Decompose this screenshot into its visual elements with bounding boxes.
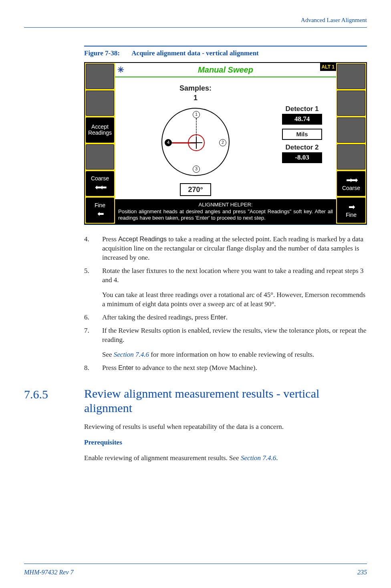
dial-pos-1: 1 bbox=[193, 111, 200, 118]
alignment-helper: ALIGNMENT HELPER: Position alignment hea… bbox=[115, 199, 336, 224]
screen-main: Samples: 1 1 2 3 4 270° bbox=[115, 77, 336, 199]
detector2-label: Detector 2 bbox=[285, 143, 318, 152]
step-5: 5. Rotate the laser fixtures to the next… bbox=[84, 267, 367, 309]
softkey-label: Accept bbox=[91, 124, 109, 130]
footer-page-number: 235 bbox=[357, 568, 367, 577]
section-title: Review alignment measurement results - v… bbox=[84, 386, 367, 415]
device-screenshot: Accept Readings Coarse ⬅⬅ Fine ⬅ ✳ Manua… bbox=[84, 62, 367, 224]
dial-pos-3: 3 bbox=[193, 166, 200, 173]
helper-title: ALIGNMENT HELPER: bbox=[118, 202, 333, 208]
step-4: 4. Press Accept Readings to take a readi… bbox=[84, 235, 367, 263]
readings-zone: Detector 1 48.74 Mils Detector 2 -8.03 bbox=[272, 81, 332, 199]
section-intro: Reviewing of results is useful when repe… bbox=[84, 422, 367, 432]
step-text: Press Enter to advance to the next step … bbox=[102, 364, 367, 373]
right-softkeys: ➡➡ Coarse ➡ Fine bbox=[336, 63, 366, 224]
softkey-label: Coarse bbox=[91, 176, 109, 182]
figure-number: Figure 7-38: bbox=[84, 49, 130, 58]
step-list: 4. Press Accept Readings to take a readi… bbox=[84, 235, 367, 372]
helper-body: Position alignment heads at desired angl… bbox=[118, 208, 333, 222]
step-number: 4. bbox=[84, 235, 102, 263]
screen-titlebar: ✳ Manual Sweep ALT 1 bbox=[115, 63, 336, 77]
softkey-label: Fine bbox=[95, 202, 105, 208]
laser-icon: ✳ bbox=[117, 65, 124, 75]
figure-caption: Figure 7-38: Acquire alignment data - ve… bbox=[84, 49, 367, 58]
softkey-l4[interactable] bbox=[86, 144, 114, 170]
screen-center: ✳ Manual Sweep ALT 1 Samples: 1 1 2 bbox=[115, 63, 336, 224]
softkey-r1[interactable] bbox=[337, 64, 365, 89]
softkey-accept-readings[interactable]: Accept Readings bbox=[86, 117, 114, 143]
page-footer: MHM-97432 Rev 7 235 bbox=[24, 564, 367, 577]
step-number: 7. bbox=[84, 326, 102, 360]
step-text: If the Review Results option is enabled,… bbox=[102, 326, 367, 360]
step-8: 8. Press Enter to advance to the next st… bbox=[84, 364, 367, 373]
section-link[interactable]: Section 7.4.6 bbox=[241, 454, 276, 462]
left-softkeys: Accept Readings Coarse ⬅⬅ Fine ⬅ bbox=[85, 63, 115, 224]
dial-pos-4: 4 bbox=[165, 139, 172, 146]
section-heading: 7.6.5 Review alignment measurement resul… bbox=[24, 386, 367, 415]
arrow-left-icon: ⬅ bbox=[97, 209, 103, 218]
softkey-r3[interactable] bbox=[337, 117, 365, 143]
section-body: Reviewing of results is useful when repe… bbox=[84, 422, 367, 463]
samples-label: Samples: bbox=[179, 83, 212, 93]
arrow-right-double-icon: ➡➡ bbox=[346, 176, 357, 184]
step-number: 8. bbox=[84, 364, 102, 373]
softkey-l2[interactable] bbox=[86, 91, 114, 116]
arrow-right-icon: ➡ bbox=[349, 202, 354, 211]
step-6: 6. After taking the desired readings, pr… bbox=[84, 313, 367, 322]
prerequisites-heading: Prerequisites bbox=[84, 438, 367, 447]
units-display: Mils bbox=[282, 129, 322, 140]
softkey-label: Fine bbox=[346, 212, 357, 218]
softkey-l1[interactable] bbox=[86, 64, 114, 89]
dial-cross-h bbox=[190, 142, 202, 143]
softkey-label: Coarse bbox=[342, 185, 360, 191]
softkey-r4[interactable] bbox=[337, 144, 365, 170]
figure-top-rule bbox=[84, 46, 367, 46]
main-content: Figure 7-38: Acquire alignment data - ve… bbox=[84, 46, 367, 372]
samples-value: 1 bbox=[193, 93, 198, 103]
dial-zone: Samples: 1 1 2 3 4 270° bbox=[119, 81, 272, 199]
softkey-coarse-left[interactable]: Coarse ⬅⬅ bbox=[86, 171, 114, 196]
step-7: 7. If the Review Results option is enabl… bbox=[84, 326, 367, 360]
screen-title: Manual Sweep bbox=[198, 65, 253, 75]
detector1-label: Detector 1 bbox=[285, 105, 318, 114]
figure-title: Acquire alignment data - vertical alignm… bbox=[131, 49, 258, 57]
detector1-value: 48.74 bbox=[282, 114, 322, 125]
dial-pos-2: 2 bbox=[219, 139, 226, 146]
section-link[interactable]: Section 7.4.6 bbox=[114, 351, 149, 358]
step-number: 6. bbox=[84, 313, 102, 322]
figure-bottom-rule bbox=[84, 224, 367, 225]
softkey-fine-left[interactable]: Fine ⬅ bbox=[86, 198, 114, 223]
detector2-value: -8.03 bbox=[282, 152, 322, 163]
footer-doc-id: MHM-97432 Rev 7 bbox=[24, 568, 74, 577]
softkey-label: Readings bbox=[88, 130, 112, 136]
alt-indicator: ALT 1 bbox=[320, 63, 336, 71]
softkey-coarse-right[interactable]: ➡➡ Coarse bbox=[337, 171, 365, 196]
alignment-dial: 1 2 3 4 bbox=[161, 108, 230, 176]
step-text: Press Accept Readings to take a reading … bbox=[102, 235, 367, 263]
softkey-fine-right[interactable]: ➡ Fine bbox=[337, 198, 365, 223]
arrow-left-double-icon: ⬅⬅ bbox=[95, 183, 105, 192]
step-text: After taking the desired readings, press… bbox=[102, 313, 367, 322]
step-number: 5. bbox=[84, 267, 102, 309]
angle-display: 270° bbox=[180, 183, 211, 196]
step-text: Rotate the laser fixtures to the next lo… bbox=[102, 267, 367, 309]
section-number: 7.6.5 bbox=[24, 386, 84, 415]
page-header: Advanced Laser Alignment bbox=[24, 16, 367, 28]
prerequisites-text: Enable reviewing of alignment measuremen… bbox=[84, 454, 367, 463]
header-title: Advanced Laser Alignment bbox=[301, 16, 367, 24]
softkey-r2[interactable] bbox=[337, 91, 365, 116]
